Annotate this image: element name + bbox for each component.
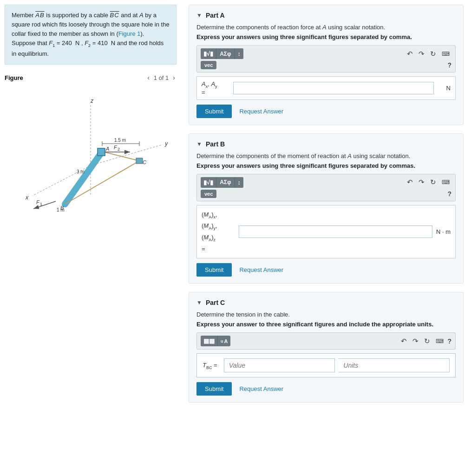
part-b-var-label: (MA)x, (MA)y, (MA)z = bbox=[202, 209, 235, 255]
part-c-units-btn[interactable]: uA bbox=[218, 337, 230, 346]
figure-section: Figure ‹ 1 of 1 › z y x bbox=[5, 74, 177, 471]
svg-text:3 m: 3 m bbox=[77, 169, 85, 174]
part-c-request-link[interactable]: Request Answer bbox=[239, 385, 283, 392]
svg-rect-11 bbox=[136, 158, 143, 164]
figure-navigation: ‹ 1 of 1 › bbox=[146, 74, 177, 81]
problem-text-content: Member AB is supported by a cable BC and… bbox=[12, 12, 170, 57]
part-b-submit-button[interactable]: Submit bbox=[196, 263, 232, 277]
left-panel: Member AB is supported by a cable BC and… bbox=[0, 0, 181, 476]
part-a-section: ▼ Part A Determine the components of rea… bbox=[189, 5, 464, 125]
F1-label: F bbox=[49, 40, 52, 46]
part-b-section: ▼ Part B Determine the components of the… bbox=[189, 133, 464, 284]
part-b-template-btn[interactable]: ▮√▮ bbox=[201, 177, 216, 188]
part-b-arrows-btn[interactable]: ↕ bbox=[235, 177, 244, 188]
member-AB: AB bbox=[35, 12, 44, 19]
F2-label: F bbox=[85, 40, 88, 46]
svg-text:1: 1 bbox=[40, 202, 42, 206]
part-c-submit-button[interactable]: Submit bbox=[196, 382, 232, 396]
part-a-keyboard-btn[interactable]: ⌨ bbox=[440, 50, 451, 58]
figure-header: Figure ‹ 1 of 1 › bbox=[5, 74, 177, 81]
point-A: A bbox=[139, 12, 144, 19]
part-b-keyboard-btn[interactable]: ⌨ bbox=[440, 178, 451, 186]
part-c-input-box: TBC = bbox=[196, 353, 456, 377]
figure-svg: z y x bbox=[5, 84, 177, 224]
part-a-label: Part A bbox=[206, 12, 225, 19]
part-c-instruction-bold: Express your answer to three significant… bbox=[196, 321, 456, 328]
part-a-vec-btn[interactable]: vec bbox=[201, 61, 216, 69]
part-a-collapse-icon[interactable]: ▼ bbox=[196, 12, 202, 19]
part-a-var-label: Ax, Ay = bbox=[202, 80, 229, 96]
part-b-unit: N · m bbox=[436, 228, 451, 235]
part-b-input-row: (MA)x, (MA)y, (MA)z = N · m bbox=[196, 205, 456, 259]
figure-title: Figure bbox=[5, 74, 23, 81]
part-c-grid-btn[interactable]: ▦▦ bbox=[201, 336, 218, 346]
part-b-refresh-btn[interactable]: ↻ bbox=[428, 177, 438, 187]
part-a-arrows-btn[interactable]: ↕ bbox=[235, 48, 244, 59]
part-b-undo-btn[interactable]: ↶ bbox=[405, 177, 415, 187]
figure-pagination: 1 of 1 bbox=[154, 74, 169, 81]
part-a-redo-btn[interactable]: ↷ bbox=[417, 49, 426, 59]
part-b-action-row: Submit Request Answer bbox=[196, 263, 456, 277]
svg-text:C: C bbox=[143, 159, 146, 165]
F2-sub: 2 bbox=[88, 43, 91, 48]
svg-text:A: A bbox=[105, 146, 109, 152]
part-a-header: ▼ Part A bbox=[196, 12, 456, 19]
part-a-answer-input[interactable] bbox=[233, 82, 434, 94]
part-c-header: ▼ Part C bbox=[196, 299, 456, 306]
figure-next-button[interactable]: › bbox=[171, 74, 177, 81]
part-c-var-label: TBC = bbox=[203, 362, 217, 370]
part-a-instruction-bold: Express your answers using three signifi… bbox=[196, 33, 456, 40]
svg-text:1.5 m: 1.5 m bbox=[114, 138, 126, 143]
part-b-header: ▼ Part B bbox=[196, 140, 456, 148]
part-c-refresh-btn[interactable]: ↻ bbox=[422, 336, 432, 346]
figure-canvas: z y x bbox=[5, 84, 177, 228]
part-a-input-row: Ax, Ay = N bbox=[196, 76, 456, 100]
part-b-collapse-icon[interactable]: ▼ bbox=[196, 141, 202, 147]
part-c-instruction: Determine the tension in the cable. bbox=[196, 311, 456, 318]
part-b-label: Part B bbox=[206, 140, 225, 148]
part-b-instruction: Determine the components of the moment o… bbox=[196, 152, 456, 159]
part-b-answer-input[interactable] bbox=[239, 225, 432, 238]
F1-sub: 1 bbox=[52, 43, 55, 48]
part-b-request-link[interactable]: Request Answer bbox=[239, 266, 283, 273]
part-c-value-input[interactable] bbox=[224, 358, 335, 372]
cable-BC: BC bbox=[110, 12, 119, 19]
part-a-submit-button[interactable]: Submit bbox=[196, 105, 232, 118]
part-a-help-icon: ? bbox=[447, 61, 451, 69]
part-c-help-icon: ? bbox=[447, 337, 451, 345]
figure-link[interactable]: Figure 1 bbox=[118, 30, 141, 37]
part-b-toolbar-group1: ▮√▮ AΣφ ↕ bbox=[201, 177, 243, 188]
part-c-label: Part C bbox=[206, 299, 225, 306]
part-a-action-row: Submit Request Answer bbox=[196, 105, 456, 118]
part-a-toolbar-group1: ▮√▮ AΣφ ↕ bbox=[201, 48, 243, 59]
part-a-template-btn[interactable]: ▮√▮ bbox=[201, 48, 216, 59]
figure-prev-button[interactable]: ‹ bbox=[146, 74, 151, 81]
part-c-keyboard-btn[interactable]: ⌨ bbox=[434, 337, 445, 345]
part-b-instruction-bold: Express your answers using three signifi… bbox=[196, 162, 456, 169]
part-b-sigma-btn[interactable]: AΣφ bbox=[216, 177, 235, 187]
svg-text:2: 2 bbox=[118, 147, 120, 152]
part-b-vec-btn[interactable]: vec bbox=[201, 190, 216, 198]
part-c-collapse-icon[interactable]: ▼ bbox=[196, 299, 202, 306]
square-text: square bbox=[12, 21, 30, 28]
right-panel: ▼ Part A Determine the components of rea… bbox=[181, 0, 471, 476]
part-c-undo-btn[interactable]: ↶ bbox=[399, 336, 409, 346]
svg-text:x: x bbox=[25, 194, 29, 201]
svg-text:y: y bbox=[164, 140, 168, 147]
part-c-units-input[interactable] bbox=[339, 358, 450, 372]
part-a-sigma-btn[interactable]: AΣφ bbox=[216, 49, 235, 59]
part-a-unit: N bbox=[438, 85, 451, 92]
part-a-instruction: Determine the components of reaction for… bbox=[196, 24, 456, 31]
part-c-toolbar-group1: ▦▦ uA bbox=[201, 336, 230, 346]
svg-text:z: z bbox=[90, 98, 94, 104]
svg-text:B: B bbox=[60, 205, 64, 211]
part-b-help-icon: ? bbox=[447, 190, 451, 198]
part-c-redo-btn[interactable]: ↷ bbox=[411, 336, 420, 346]
part-b-redo-btn[interactable]: ↷ bbox=[417, 177, 426, 187]
part-c-action-row: Submit Request Answer bbox=[196, 382, 456, 396]
svg-rect-10 bbox=[98, 148, 105, 156]
part-a-refresh-btn[interactable]: ↻ bbox=[428, 49, 438, 59]
part-a-request-link[interactable]: Request Answer bbox=[239, 108, 283, 115]
part-a-undo-btn[interactable]: ↶ bbox=[405, 49, 415, 59]
problem-statement: Member AB is supported by a cable BC and… bbox=[5, 5, 177, 65]
